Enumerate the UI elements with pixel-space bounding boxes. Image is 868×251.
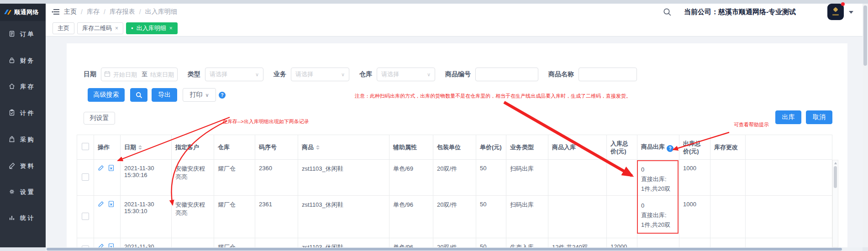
close-icon[interactable]: × [169, 25, 173, 31]
sidebar-item-finance[interactable]: 财 务 [0, 54, 46, 67]
close-icon[interactable]: × [115, 25, 118, 31]
tab-home[interactable]: 主页 [53, 22, 74, 34]
window-vertical-scrollbar[interactable] [863, 4, 868, 247]
sidebar: 顺通网络 订 单 财 务 库 存 计 件 采 购 资 料 设 置 [0, 4, 46, 247]
product-name-input[interactable] [579, 68, 637, 81]
outbound-button[interactable]: 出库 [775, 110, 801, 124]
lock-icon [8, 57, 16, 65]
start-date-input[interactable] [112, 71, 140, 78]
vertical-scrollbar-thumb[interactable] [863, 5, 867, 66]
window-horizontal-scrollbar[interactable] [46, 247, 863, 251]
filter-row: 日期 至 类型 请选择 ∨ 业务 请选择 ∨ 仓库 请选择 ∨ 商品编号 [84, 68, 637, 81]
clipboard-check-icon [8, 109, 16, 118]
sidebar-collapse-icon[interactable] [52, 9, 60, 16]
col-outbound-total: 出库总价(元) [679, 135, 710, 160]
search-icon[interactable] [663, 8, 672, 18]
user-menu-caret-icon[interactable] [849, 11, 853, 14]
export-button[interactable]: 导出 [152, 88, 177, 102]
col-attr: 辅助属性 [389, 135, 433, 160]
sort-icon[interactable] [138, 145, 142, 150]
date-filter-label: 日期 [84, 70, 96, 78]
biz-filter-label: 业务 [274, 70, 286, 78]
column-settings-button[interactable]: 列设置 [84, 112, 115, 125]
avatar[interactable] [827, 4, 844, 20]
document-icon[interactable] [108, 201, 114, 209]
toolbar: 高级搜索 导出 打印 ∨ ? [88, 88, 226, 102]
sidebar-item-orders[interactable]: 订 单 [0, 28, 46, 41]
help-icon[interactable]: ? [219, 92, 226, 99]
main-card: 日期 至 类型 请选择 ∨ 业务 请选择 ∨ 仓库 请选择 ∨ 商品编号 [67, 43, 847, 247]
type-select[interactable]: 请选择 ∨ [205, 68, 263, 81]
sidebar-item-purchase[interactable]: 采 购 [0, 133, 46, 146]
col-warehouse: 仓库 [214, 135, 255, 160]
col-operation: 操作 [94, 135, 121, 160]
sidebar-item-data[interactable]: 资 料 [0, 160, 46, 173]
breadcrumb-report[interactable]: 库存报表 [110, 8, 135, 16]
col-outbound: 商品出库? [637, 135, 679, 160]
home-icon [8, 83, 16, 91]
edit-icon[interactable] [98, 165, 104, 173]
chevron-down-icon: ∨ [341, 72, 345, 78]
gear-icon [8, 188, 16, 197]
app-window: 顺通网络 订 单 财 务 库 存 计 件 采 购 资 料 设 置 [0, 0, 868, 251]
document-icon[interactable] [108, 165, 114, 173]
cancel-button[interactable]: 取消 [806, 110, 832, 124]
product-code-input[interactable] [475, 68, 538, 81]
table-row: 2021-11-30 15:30:10 安徽安庆程亮亮 耀厂仓 2361 zst… [77, 196, 832, 238]
advanced-search-button[interactable]: 高级搜索 [88, 88, 125, 102]
annotation-top-note: 注意：此种扫码出库的方式，出库的货物数量不是在仓库里的，相当于在生产线出成品要入… [355, 93, 631, 99]
chevron-down-icon: ∨ [205, 92, 209, 98]
edit-icon[interactable] [98, 201, 104, 209]
sidebar-item-settings[interactable]: 设 置 [0, 186, 46, 199]
table-header-row: 操作 日期 指定客户 仓库 码序号 商品 辅助属性 包装单位 单价(元) 业务类… [77, 135, 832, 160]
sidebar-item-statistics[interactable]: 统 计 [0, 212, 46, 225]
tab-bar: 主页 库存二维码 × ● 出入库明细 × [46, 20, 863, 37]
col-inbound: 商品入库 [548, 135, 607, 160]
type-filter-label: 类型 [188, 70, 200, 78]
breadcrumb-home[interactable]: 主页 [64, 8, 77, 16]
breadcrumb-detail[interactable]: 出入库明细 [145, 8, 177, 16]
table-row: 2021-11-30 15:30:16 安徽安庆程亮亮 耀厂仓 2360 zst… [77, 160, 832, 196]
table-scrollbar-thumb[interactable] [834, 166, 837, 188]
brand-logo-icon [3, 8, 12, 17]
scroll-up-icon[interactable] [834, 162, 837, 164]
breadcrumb: 主页 / 库存 / 库存报表 / 出入库明细 [64, 4, 177, 20]
col-product[interactable]: 商品 [298, 135, 389, 160]
window-top-edge [0, 0, 868, 4]
print-dropdown-button[interactable]: 打印 ∨ [183, 88, 216, 102]
end-date-input[interactable] [149, 71, 177, 78]
document-icon[interactable] [108, 243, 114, 247]
select-all-checkbox[interactable] [82, 143, 89, 150]
notification-dot [841, 2, 845, 6]
col-stock-change: 库存更改 [710, 135, 746, 160]
select-all-cell [77, 135, 94, 160]
row-checkbox[interactable] [82, 173, 89, 181]
search-button[interactable] [130, 88, 147, 102]
col-serial: 码序号 [255, 135, 298, 160]
sidebar-item-piecework[interactable]: 计 件 [0, 107, 46, 120]
tab-inout-detail[interactable]: ● 出入库明细 × [126, 22, 178, 34]
current-company-label: 当前公司：慈溪市顺通网络-专业测试 [684, 4, 796, 20]
biz-select[interactable]: 请选择 ∨ [291, 68, 349, 81]
edit-icon[interactable] [98, 243, 104, 247]
tab-qrcode[interactable]: 库存二维码 × [77, 22, 123, 34]
avatar-emblem [833, 7, 838, 12]
warehouse-select[interactable]: 请选择 ∨ [377, 68, 435, 81]
col-customer: 指定客户 [172, 135, 214, 160]
help-icon[interactable]: ? [667, 145, 673, 152]
brand-logo: 顺通网络 [0, 4, 46, 21]
breadcrumb-inventory[interactable]: 库存 [87, 8, 100, 16]
col-date[interactable]: 日期 [121, 135, 172, 160]
annotation-left-note: 在库存-->出入库明细出现如下两条记录 [222, 118, 309, 125]
pencil-icon [8, 162, 16, 171]
horizontal-scrollbar-thumb[interactable] [47, 248, 842, 251]
sort-icon[interactable] [316, 145, 320, 150]
row-checkbox[interactable] [82, 213, 89, 220]
chevron-down-icon: ∨ [255, 72, 259, 78]
sidebar-item-inventory[interactable]: 库 存 [0, 80, 46, 93]
col-price: 单价(元) [476, 135, 506, 160]
table-scrollbar[interactable] [832, 160, 838, 247]
date-range-input[interactable]: 至 [101, 68, 178, 81]
product-name-label: 商品名称 [548, 70, 574, 78]
bag-icon [8, 136, 16, 144]
